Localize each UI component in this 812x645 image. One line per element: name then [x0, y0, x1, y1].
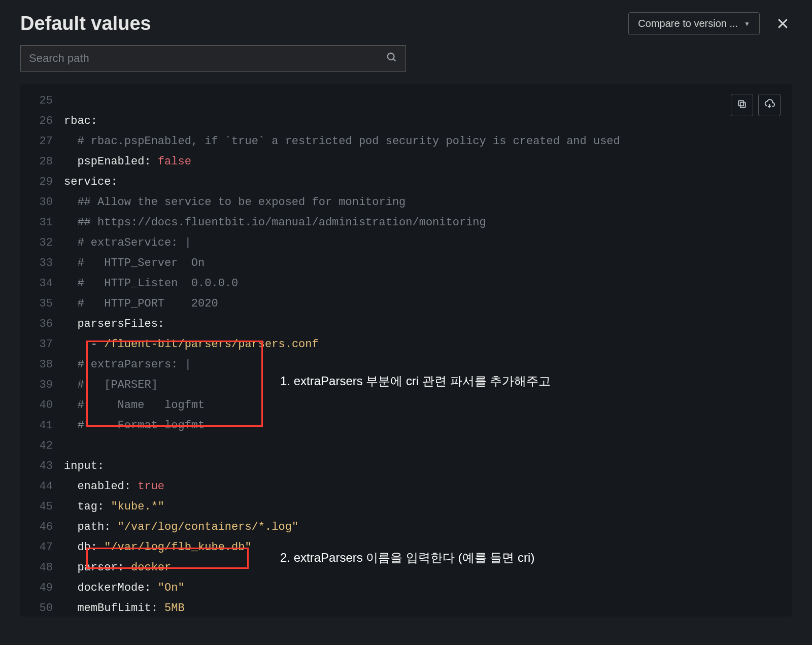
code-line: 41 # Format logfmt — [20, 416, 792, 436]
code-line: 34 # HTTP_Listen 0.0.0.0 — [20, 274, 792, 294]
code-line: 49 dockerMode: "On" — [20, 578, 792, 598]
compare-label: Compare to version ... — [638, 18, 738, 29]
line-number: 27 — [20, 131, 64, 152]
line-number: 38 — [20, 355, 64, 375]
line-number: 25 — [20, 91, 64, 111]
line-number: 36 — [20, 314, 64, 334]
code-line: 28 pspEnabled: false — [20, 152, 792, 172]
line-number: 49 — [20, 578, 64, 598]
search-icon — [386, 52, 397, 65]
line-number: 41 — [20, 416, 64, 436]
line-number: 35 — [20, 294, 64, 314]
code-line: 37 - /fluent-bit/parsers/parsers.conf — [20, 334, 792, 355]
code-line: 36 parsersFiles: — [20, 314, 792, 334]
line-number: 44 — [20, 477, 64, 497]
copy-button[interactable] — [731, 94, 753, 116]
svg-line-1 — [393, 59, 396, 61]
line-number: 30 — [20, 192, 64, 213]
svg-rect-3 — [738, 100, 743, 106]
download-button[interactable] — [758, 94, 781, 116]
code-line: 26rbac: — [20, 111, 792, 131]
line-number: 28 — [20, 152, 64, 172]
line-number: 43 — [20, 456, 64, 477]
code-actions — [731, 94, 781, 116]
code-line: 35 # HTTP_PORT 2020 — [20, 294, 792, 314]
line-number: 32 — [20, 233, 64, 253]
line-number: 45 — [20, 497, 64, 517]
line-number: 37 — [20, 334, 64, 355]
search-container — [0, 45, 812, 84]
line-number: 33 — [20, 253, 64, 274]
close-button[interactable]: ✕ — [774, 14, 792, 34]
download-cloud-icon — [764, 98, 775, 112]
code-line: 30 ## Allow the service to be exposed fo… — [20, 192, 792, 213]
search-input[interactable] — [29, 52, 386, 65]
header: Default values Compare to version ... ▼ … — [0, 0, 812, 45]
code-viewer[interactable]: 25 26rbac: 27 # rbac.pspEnabled, if `tru… — [20, 84, 792, 617]
close-icon: ✕ — [776, 15, 790, 33]
code-line: 43input: — [20, 456, 792, 477]
code-line: 31 ## https://docs.fluentbit.io/manual/a… — [20, 213, 792, 233]
copy-icon — [737, 99, 747, 111]
line-number: 34 — [20, 274, 64, 294]
line-number: 48 — [20, 558, 64, 578]
line-number: 47 — [20, 537, 64, 558]
code-line: 33 # HTTP_Server On — [20, 253, 792, 274]
chevron-down-icon: ▼ — [744, 20, 750, 27]
code-line: 44 enabled: true — [20, 477, 792, 497]
line-number: 26 — [20, 111, 64, 131]
line-number: 42 — [20, 436, 64, 456]
code-line: 38 # extraParsers: | — [20, 355, 792, 375]
line-number: 50 — [20, 598, 64, 619]
line-number: 39 — [20, 375, 64, 395]
line-number: 40 — [20, 395, 64, 416]
line-number: 29 — [20, 172, 64, 192]
line-number: 46 — [20, 517, 64, 537]
code-line: 46 path: "/var/log/containers/*.log" — [20, 517, 792, 537]
code-line: 42 — [20, 436, 792, 456]
code-line: 50 memBufLimit: 5MB — [20, 598, 792, 619]
annotation-text-2: 2. extraParsers 이름을 입력한다 (예를 들면 cri) — [280, 550, 534, 566]
header-actions: Compare to version ... ▼ ✕ — [628, 12, 792, 35]
page-title: Default values — [20, 13, 151, 35]
code-line: 27 # rbac.pspEnabled, if `true` a restri… — [20, 131, 792, 152]
search-box[interactable] — [20, 45, 406, 72]
code-line: 45 tag: "kube.*" — [20, 497, 792, 517]
line-number: 31 — [20, 213, 64, 233]
code-line: 29service: — [20, 172, 792, 192]
code-line: 32 # extraService: | — [20, 233, 792, 253]
compare-version-dropdown[interactable]: Compare to version ... ▼ — [628, 12, 760, 35]
svg-rect-2 — [740, 103, 746, 108]
annotation-text-1: 1. extraParsers 부분에 cri 관련 파서를 추가해주고 — [280, 373, 551, 389]
svg-point-0 — [388, 53, 394, 60]
code-line: 25 — [20, 91, 792, 111]
code-line: 40 # Name logfmt — [20, 395, 792, 416]
